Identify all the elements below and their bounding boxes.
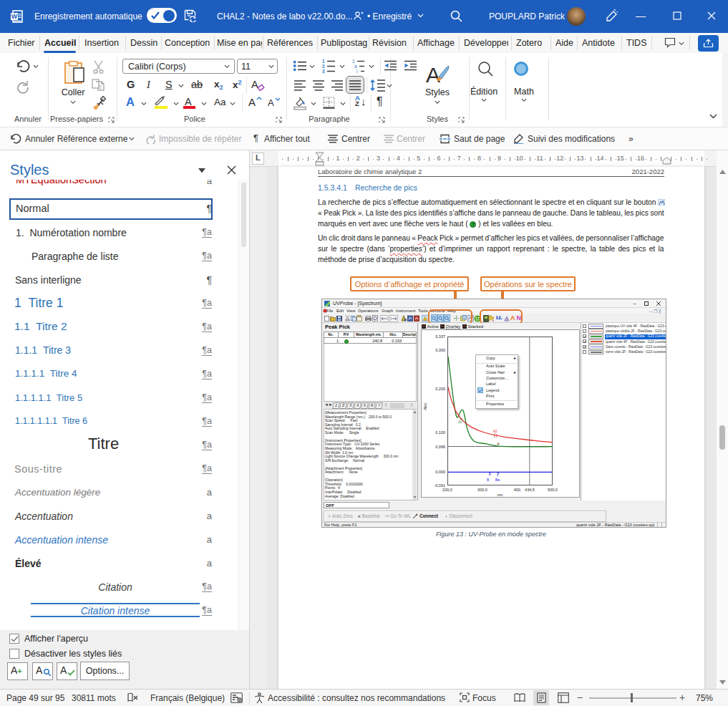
svg-text:B: B [487, 478, 489, 482]
svg-text:W: W [11, 13, 18, 20]
svg-text:A2: A2 [493, 430, 498, 433]
svg-text:i: i [356, 69, 357, 73]
svg-text:Bw: Bw [495, 478, 500, 482]
svg-text:A: A [426, 63, 440, 87]
svg-text:a: a [354, 64, 357, 69]
svg-text:1: 1 [322, 59, 325, 64]
svg-text:2: 2 [322, 64, 325, 69]
svg-text:1: 1 [352, 59, 355, 64]
svg-text:3: 3 [322, 69, 325, 73]
svg-text:10: 10 [458, 420, 462, 424]
